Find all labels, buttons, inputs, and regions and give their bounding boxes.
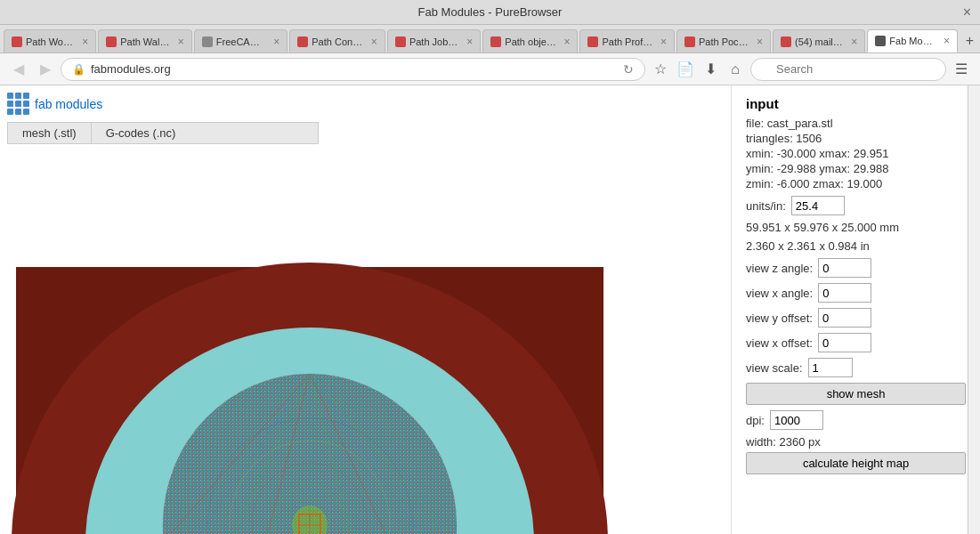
mesh-svg (7, 151, 621, 534)
dim-mm: 59.951 x 59.976 x 25.000 mm (746, 221, 966, 234)
svg-rect-9 (875, 36, 886, 46)
canvas-area (7, 151, 621, 534)
show-mesh-button[interactable]: show mesh (746, 383, 966, 405)
svg-rect-7 (684, 36, 695, 47)
svg-rect-2 (202, 36, 213, 47)
view-scale-label: view scale: (746, 361, 803, 375)
dpi-row: dpi: (746, 410, 966, 430)
menu-item-gcodes-nc[interactable]: G-codes (.nc) (92, 123, 190, 143)
tab-2[interactable]: FreeCAD/Fr... × (194, 29, 288, 53)
view-y-offset-input[interactable] (818, 308, 871, 328)
view-x-angle-label: view x angle: (746, 287, 813, 300)
window-title: Fab Modules - PureBrowser (418, 5, 563, 19)
tab-close-7[interactable]: × (757, 36, 763, 48)
calculate-height-map-button[interactable]: calculate height map (746, 452, 966, 474)
svg-rect-6 (587, 36, 598, 47)
tab-label-2: FreeCAD/Fr... (216, 36, 266, 47)
tab-close-4[interactable]: × (466, 36, 473, 48)
page-content: fab modules mesh (.stl) G-codes (.nc) (0, 85, 980, 534)
fab-dot (15, 93, 21, 99)
units-row: units/in: (746, 196, 966, 215)
search-wrapper: 🔍 (750, 58, 946, 81)
tab-label-0: Path Workb... (26, 36, 75, 47)
home-button[interactable]: ⌂ (724, 58, 747, 81)
tab-label-8: (54) mail.ris... (795, 36, 844, 47)
tab-6[interactable]: Path Profile ... × (579, 29, 675, 53)
fab-dot (7, 109, 13, 115)
view-scale-row: view scale: (746, 358, 966, 377)
forward-button[interactable]: ▶ (34, 58, 57, 81)
lock-icon: 🔒 (72, 63, 85, 76)
tab-8[interactable]: (54) mail.ris... × (773, 29, 865, 53)
tab-close-1[interactable]: × (178, 36, 184, 48)
menu-bar: mesh (.stl) G-codes (.nc) (7, 122, 319, 144)
fab-dot (23, 93, 29, 99)
svg-rect-8 (781, 36, 791, 47)
tab-7[interactable]: Path Pocket... × (676, 29, 771, 53)
left-panel: fab modules mesh (.stl) G-codes (.nc) (0, 85, 731, 534)
search-input[interactable] (750, 58, 946, 81)
svg-rect-3 (297, 36, 308, 47)
window-close-button[interactable]: × (963, 4, 971, 20)
tab-label-6: Path Profile ... (602, 36, 653, 47)
new-tab-button[interactable]: + (960, 29, 980, 53)
fab-modules-link[interactable]: fab modules (35, 97, 102, 111)
view-z-angle-label: view z angle: (746, 262, 813, 275)
reader-button[interactable]: 📄 (674, 58, 697, 81)
url-text[interactable]: fabmodules.org (91, 62, 618, 76)
svg-rect-5 (490, 36, 501, 47)
ymin-info: ymin: -29.988 ymax: 29.988 (746, 162, 966, 175)
view-x-offset-input[interactable] (818, 333, 871, 352)
view-scale-input[interactable] (808, 358, 853, 377)
tab-9-active[interactable]: Fab Modules × (867, 29, 958, 53)
tab-5[interactable]: Path objects... × (482, 29, 578, 53)
tab-label-1: Path Walkth... (120, 36, 171, 47)
fab-dot (23, 109, 29, 115)
download-button[interactable]: ⬇ (699, 58, 722, 81)
dpi-label: dpi: (746, 414, 765, 427)
dpi-input[interactable] (770, 410, 823, 430)
title-bar: Fab Modules - PureBrowser × (0, 0, 980, 25)
tab-label-7: Path Pocket... (699, 36, 749, 47)
menu-button[interactable]: ☰ (950, 58, 973, 81)
tab-0[interactable]: Path Workb... × (4, 29, 96, 53)
svg-rect-0 (12, 36, 22, 47)
dim-in: 2.360 x 2.361 x 0.984 in (746, 239, 966, 253)
fab-logo-row: fab modules (7, 93, 724, 115)
fab-dot (15, 101, 21, 107)
url-bar: 🔒 fabmodules.org ↻ (61, 58, 645, 81)
scrollbar[interactable] (968, 85, 980, 534)
bookmark-button[interactable]: ☆ (649, 58, 672, 81)
tab-close-3[interactable]: × (371, 36, 377, 48)
tab-label-3: Path Contou... (312, 36, 364, 47)
tab-3[interactable]: Path Contou... × (289, 29, 385, 53)
tab-4[interactable]: Path Job - F... × (387, 29, 481, 53)
triangles-info: triangles: 1506 (746, 132, 966, 145)
tab-close-2[interactable]: × (273, 36, 279, 48)
tab-close-9[interactable]: × (944, 35, 950, 47)
width-info: width: 2360 px (746, 435, 966, 449)
tab-close-5[interactable]: × (563, 36, 570, 48)
nav-bar: ◀ ▶ 🔒 fabmodules.org ↻ ☆ 📄 ⬇ ⌂ 🔍 ☰ (0, 53, 980, 85)
back-button[interactable]: ◀ (7, 58, 30, 81)
view-x-offset-label: view x offset: (746, 336, 813, 350)
svg-rect-1 (106, 36, 117, 47)
right-panel: input file: cast_para.stl triangles: 150… (731, 85, 980, 534)
view-x-angle-input[interactable] (818, 283, 871, 303)
zmin-info: zmin: -6.000 zmax: 19.000 (746, 177, 966, 190)
view-z-angle-input[interactable] (818, 258, 871, 278)
xmin-info: xmin: -30.000 xmax: 29.951 (746, 147, 966, 160)
units-input[interactable] (791, 196, 845, 215)
tab-label-4: Path Job - F... (409, 36, 459, 47)
tab-close-0[interactable]: × (82, 36, 88, 48)
svg-rect-4 (395, 36, 406, 47)
tab-close-8[interactable]: × (851, 36, 857, 48)
fab-dot (7, 101, 13, 107)
reload-button[interactable]: ↻ (623, 62, 634, 77)
tab-label-9: Fab Modules (889, 36, 936, 46)
tab-1[interactable]: Path Walkth... × (98, 29, 192, 53)
view-z-angle-row: view z angle: (746, 258, 966, 278)
fab-dot (7, 93, 13, 99)
tab-close-6[interactable]: × (660, 36, 667, 48)
menu-item-mesh-stl[interactable]: mesh (.stl) (8, 123, 92, 143)
